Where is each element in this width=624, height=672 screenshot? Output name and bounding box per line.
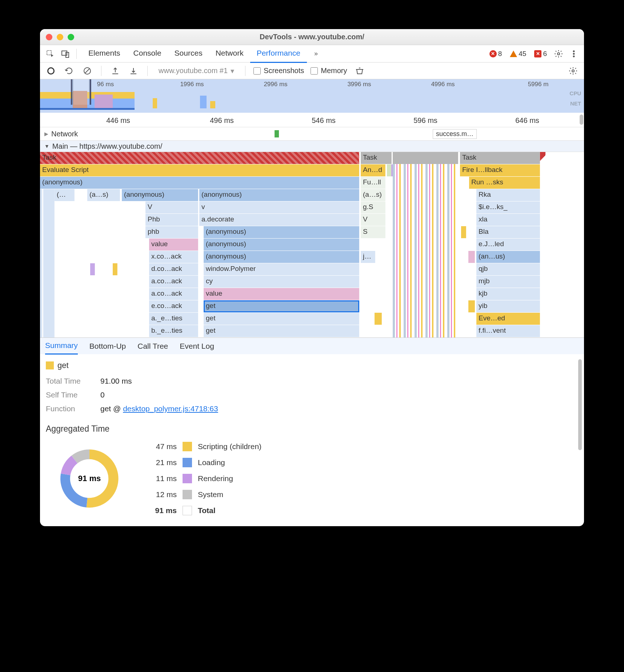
network-slice[interactable] xyxy=(275,130,279,137)
flame-cell[interactable]: phb xyxy=(145,226,198,238)
flame-cell[interactable]: Run …sks xyxy=(469,177,540,189)
flame-cell[interactable]: v xyxy=(199,201,359,213)
tab-network[interactable]: Network xyxy=(209,44,250,63)
flame-task-region[interactable] xyxy=(393,152,458,164)
memory-checkbox-input[interactable] xyxy=(311,67,318,75)
scrollbar[interactable] xyxy=(580,115,583,125)
tab-summary[interactable]: Summary xyxy=(45,337,78,355)
flame-cell[interactable]: $i.e…ks_ xyxy=(476,201,540,213)
tab-elements[interactable]: Elements xyxy=(82,44,127,63)
flame-cell[interactable]: V xyxy=(361,214,385,226)
flame-chart[interactable]: Task Evaluate Script (anonymous) (… (a…s… xyxy=(40,152,584,337)
flame-cell[interactable]: value xyxy=(149,239,198,251)
flame-cell[interactable]: Fire I…llback xyxy=(460,164,540,176)
flame-cell[interactable]: j… xyxy=(361,251,375,263)
flame-dense-region[interactable] xyxy=(393,152,458,337)
capture-settings-icon[interactable] xyxy=(567,65,579,77)
function-source-link[interactable]: desktop_polymer.js:4718:63 xyxy=(123,404,218,413)
aggregated-legend: 47 msScripting (children) 21 msLoading 1… xyxy=(148,442,261,515)
flame-task[interactable]: Task xyxy=(40,152,359,164)
recording-select[interactable]: www.youtube.com #1 ▾ xyxy=(156,65,237,77)
kebab-icon[interactable] xyxy=(568,48,580,60)
network-entry[interactable]: success.m… xyxy=(433,129,477,139)
flame-cell[interactable]: V xyxy=(145,201,198,213)
flame-cell[interactable]: a.decorate xyxy=(199,214,359,226)
flame-cell[interactable]: Rka xyxy=(476,189,540,201)
flame-cell[interactable]: b._e…ties xyxy=(149,325,198,337)
issues-badge[interactable]: ✕6 xyxy=(534,50,547,58)
network-track-header[interactable]: ▶ Network success.m… xyxy=(40,127,584,140)
flame-cell[interactable]: (anonymous) xyxy=(204,226,359,238)
flame-evaluate-script[interactable]: Evaluate Script xyxy=(40,164,359,176)
flame-cell[interactable]: (anonymous) xyxy=(199,189,359,201)
legend-ms: 11 ms xyxy=(148,474,177,483)
flame-cell[interactable]: get xyxy=(204,325,359,337)
flame-anonymous[interactable]: (anonymous) xyxy=(40,177,359,189)
flame-cell[interactable]: window.Polymer xyxy=(204,263,359,275)
flame-cell[interactable]: a._e…ties xyxy=(149,313,198,325)
flame-cell[interactable]: x.co…ack xyxy=(149,251,198,263)
flame-cell[interactable]: f.fi…vent xyxy=(476,325,540,337)
tab-sources[interactable]: Sources xyxy=(168,44,209,63)
main-track-header[interactable]: ▼ Main — https://www.youtube.com/ xyxy=(40,140,584,152)
reload-button[interactable] xyxy=(63,65,75,77)
flame-cell-selected[interactable]: get xyxy=(204,300,359,312)
flame-cell[interactable]: Fu…ll xyxy=(361,177,385,189)
upload-icon[interactable] xyxy=(109,65,121,77)
flame-cell[interactable]: value xyxy=(204,288,359,300)
flame-cell[interactable]: g.S xyxy=(361,201,385,213)
flame-cell[interactable]: get xyxy=(204,313,359,325)
flame-cell[interactable]: (a…s) xyxy=(361,189,385,201)
flame-cell[interactable]: (a…s) xyxy=(87,189,120,201)
flame-cell[interactable]: e.J…led xyxy=(476,239,540,251)
flame-cell[interactable]: mjb xyxy=(476,276,540,288)
flame-cell[interactable]: (anonymous) xyxy=(204,251,359,263)
flame-cell[interactable]: Eve…ed xyxy=(476,313,540,325)
flame-cell[interactable]: S xyxy=(361,226,385,238)
error-count: 8 xyxy=(498,50,502,58)
flame-cell[interactable]: (anonymous) xyxy=(122,189,198,201)
flame-task[interactable]: Task xyxy=(361,152,392,164)
flame-cell[interactable]: (anonymous) xyxy=(204,239,359,251)
expand-icon[interactable]: ▶ xyxy=(44,131,48,137)
record-button[interactable] xyxy=(45,65,57,77)
device-toggle-icon[interactable] xyxy=(60,48,71,60)
error-badge[interactable]: ✕8 xyxy=(489,50,502,58)
clear-button[interactable] xyxy=(81,65,93,77)
flame-cell[interactable]: (an…us) xyxy=(476,251,540,263)
flame-cell[interactable]: cy xyxy=(204,276,359,288)
more-tabs-icon[interactable]: » xyxy=(311,50,321,57)
inspect-icon[interactable] xyxy=(44,48,56,60)
flame-ruler[interactable]: 446 ms 496 ms 546 ms 596 ms 646 ms xyxy=(40,113,584,127)
collapse-icon[interactable]: ▼ xyxy=(44,143,49,149)
scrollbar[interactable] xyxy=(578,359,582,450)
tab-call-tree[interactable]: Call Tree xyxy=(137,338,168,354)
warning-badge[interactable]: 45 xyxy=(510,50,526,58)
overview-timeline[interactable]: 96 ms 1996 ms 2996 ms 3996 ms 4996 ms 59… xyxy=(40,79,584,113)
flame-cell[interactable]: e.co…ack xyxy=(149,300,198,312)
download-icon[interactable] xyxy=(128,65,139,77)
flame-cell[interactable]: An…d xyxy=(361,164,385,176)
flame-cell[interactable]: yib xyxy=(476,300,540,312)
garbage-collect-icon[interactable] xyxy=(354,65,365,77)
flame-cell[interactable]: xla xyxy=(476,214,540,226)
screenshots-checkbox-input[interactable] xyxy=(253,67,261,75)
memory-checkbox[interactable]: Memory xyxy=(311,67,347,75)
tab-console[interactable]: Console xyxy=(127,44,168,63)
flame-cell[interactable]: a.co…ack xyxy=(149,276,198,288)
flame-cell[interactable]: kjb xyxy=(476,288,540,300)
flame-cell[interactable]: (… xyxy=(55,189,75,201)
screenshots-checkbox[interactable]: Screenshots xyxy=(253,67,304,75)
flame-task[interactable]: Task xyxy=(460,152,540,164)
tab-performance[interactable]: Performance xyxy=(250,44,307,63)
overview-tick: 4996 ms xyxy=(431,81,455,88)
flame-cell[interactable]: Bla xyxy=(476,226,540,238)
flame-cell[interactable]: a.co…ack xyxy=(149,288,198,300)
tab-event-log[interactable]: Event Log xyxy=(180,338,214,354)
tab-bottom-up[interactable]: Bottom-Up xyxy=(89,338,126,354)
flame-cell[interactable]: d.co…ack xyxy=(149,263,198,275)
flame-cell[interactable]: Phb xyxy=(145,214,198,226)
svg-point-5 xyxy=(573,53,575,54)
settings-icon[interactable] xyxy=(553,48,564,60)
flame-cell[interactable]: qjb xyxy=(476,263,540,275)
